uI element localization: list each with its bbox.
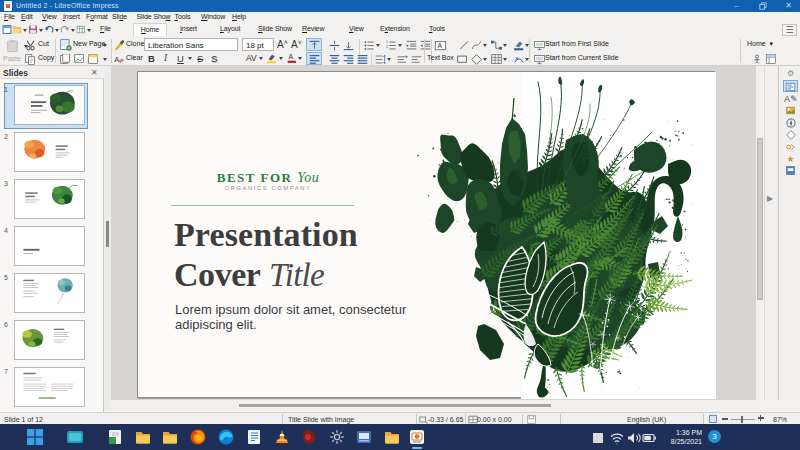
svg-text:2: 2 [386, 45, 388, 49]
svg-text:A: A [288, 53, 293, 60]
svg-text:a: a [516, 56, 519, 61]
svg-text:1: 1 [386, 40, 388, 44]
svg-text:A: A [438, 42, 443, 49]
svg-text:A: A [114, 55, 120, 64]
